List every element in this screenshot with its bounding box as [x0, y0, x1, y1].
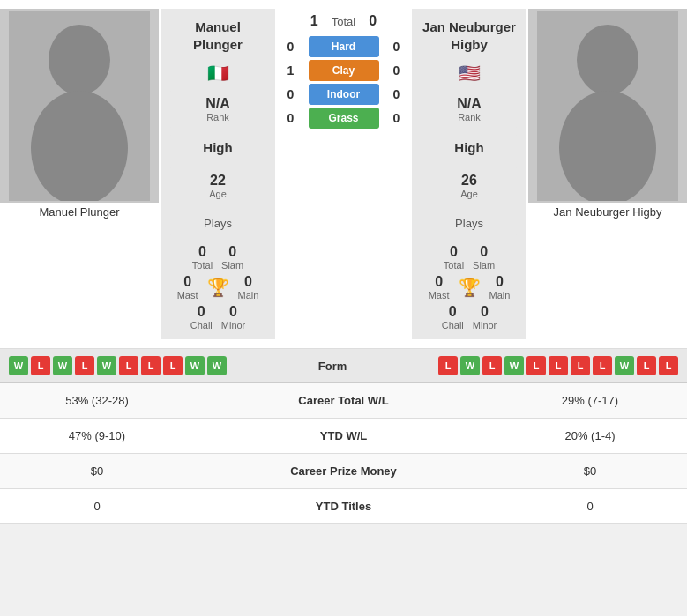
right-stat-row-3: 0 Chall 0 Minor	[421, 304, 518, 330]
left-mast-stat: 0 Mast	[177, 274, 198, 301]
right-high-box: High	[421, 135, 518, 160]
ytd-label: YTD W/L	[176, 429, 511, 442]
clay-row: 1 Clay 0	[277, 60, 410, 81]
form-badge-l: L	[571, 356, 590, 375]
prize-right: $0	[511, 464, 669, 478]
right-high-value: High	[438, 140, 500, 155]
left-stats-grid: 0 Total 0 Slam 0 Mast 🏆 0	[169, 244, 266, 334]
left-total-stat: 0 Total	[192, 244, 213, 271]
svg-point-2	[31, 91, 128, 201]
left-chall-stat: 0 Chall	[190, 304, 213, 330]
clay-badge: Clay	[309, 60, 379, 81]
player-section: Manuel Plunger Manuel Plunger 🇮🇹 N/A Ran…	[0, 0, 687, 349]
left-stat-row-1: 0 Total 0 Slam	[169, 244, 266, 271]
hard-right: 0	[388, 40, 406, 54]
left-slam-stat: 0 Slam	[221, 244, 243, 271]
form-badge-l: L	[119, 356, 138, 375]
hard-row: 0 Hard 0	[277, 36, 410, 57]
clay-left: 1	[282, 63, 300, 78]
form-badge-w: W	[460, 356, 480, 375]
svg-point-4	[577, 25, 638, 95]
right-chall-stat: 0 Chall	[442, 304, 464, 330]
right-stat-row-1: 0 Total 0 Slam	[421, 244, 518, 271]
right-stat-row-2: 0 Mast 🏆 0 Main	[421, 274, 518, 301]
right-slam-stat: 0 Slam	[473, 244, 495, 271]
hard-badge: Hard	[309, 36, 379, 57]
form-badge-w: W	[615, 356, 634, 375]
right-form-badges: LWLWLLLLWLL	[438, 356, 678, 375]
form-badge-l: L	[593, 356, 612, 375]
left-stats-panel: Manuel Plunger 🇮🇹 N/A Rank High 22 Age P…	[161, 9, 275, 339]
indoor-row: 0 Indoor 0	[277, 84, 410, 105]
right-rank-value: N/A	[438, 96, 500, 112]
left-minor-stat: 0 Minor	[221, 304, 246, 330]
left-age-label: Age	[187, 189, 249, 199]
left-flag: 🇮🇹	[207, 63, 229, 84]
indoor-right: 0	[388, 87, 406, 101]
left-rank-value: N/A	[187, 96, 249, 112]
left-rank-box: N/A Rank	[169, 91, 266, 128]
right-total-stat: 0 Total	[444, 244, 464, 271]
form-badge-l: L	[163, 356, 183, 375]
left-age-value: 22	[187, 173, 249, 189]
main-container: Manuel Plunger Manuel Plunger 🇮🇹 N/A Ran…	[0, 0, 687, 524]
left-high-box: High	[169, 135, 266, 160]
prize-label: Career Prize Money	[176, 464, 511, 478]
form-badge-w: W	[207, 356, 227, 375]
left-high-value: High	[187, 140, 249, 155]
form-section: WLWLWLLLWW Form LWLWLLLLWLL	[0, 349, 687, 383]
prize-left: $0	[18, 464, 176, 478]
form-badge-w: W	[185, 356, 205, 375]
form-badge-l: L	[659, 356, 678, 375]
indoor-left: 0	[282, 87, 300, 101]
right-rank-box: N/A Rank	[421, 91, 518, 128]
form-badge-w: W	[97, 356, 116, 375]
form-badge-w: W	[9, 356, 28, 375]
ytd-row: 47% (9-10) YTD W/L 20% (1-4)	[0, 419, 687, 454]
form-badge-w: W	[504, 356, 524, 375]
form-badge-w: W	[53, 356, 72, 375]
left-trophy-icon: 🏆	[207, 277, 229, 298]
indoor-badge: Indoor	[309, 84, 379, 105]
svg-point-1	[49, 25, 110, 95]
form-label: Form	[318, 360, 347, 373]
grass-row: 0 Grass 0	[277, 108, 410, 129]
center-match-section: 1 Total 0 0 Hard 0 1 Clay 0 0 Indoor	[277, 9, 410, 339]
right-trophy-icon: 🏆	[459, 277, 481, 298]
right-minor-stat: 0 Minor	[473, 304, 497, 330]
career-total-label: Career Total W/L	[176, 394, 511, 407]
right-age-label: Age	[438, 189, 500, 199]
svg-point-5	[559, 91, 656, 201]
form-badge-l: L	[141, 356, 161, 375]
right-age-box: 26 Age	[421, 167, 518, 204]
right-player-name-below: Jan Neuburger Higby	[549, 203, 667, 221]
right-stats-panel: Jan Neuburger Higby 🇺🇸 N/A Rank High 26 …	[412, 9, 526, 339]
right-rank-label: Rank	[438, 112, 500, 122]
left-age-box: 22 Age	[169, 167, 266, 204]
left-main-stat: 0 Main	[238, 274, 259, 301]
right-player-photo	[528, 9, 687, 203]
left-stat-row-2: 0 Mast 🏆 0 Main	[169, 274, 266, 301]
form-badge-l: L	[31, 356, 50, 375]
grass-badge: Grass	[309, 108, 379, 129]
career-total-right: 29% (7-17)	[511, 394, 669, 407]
right-player-name-top: Jan Neuburger Higby	[422, 14, 516, 57]
form-badge-l: L	[482, 356, 502, 375]
left-form-badges: WLWLWLLLWW	[9, 356, 227, 375]
ytd-right: 20% (1-4)	[511, 429, 669, 442]
form-badge-l: L	[549, 356, 568, 375]
total-label: Total	[332, 15, 355, 28]
left-player-card: Manuel Plunger	[0, 9, 159, 339]
right-player-card: Jan Neuburger Higby	[528, 9, 687, 339]
hard-left: 0	[282, 40, 300, 54]
titles-right: 0	[511, 500, 669, 513]
right-age-value: 26	[438, 173, 500, 189]
surface-rows: 0 Hard 0 1 Clay 0 0 Indoor 0 0 Grass	[277, 36, 410, 129]
grass-right: 0	[388, 111, 406, 125]
left-player-name-top: Manuel Plunger	[193, 14, 243, 57]
form-badge-l: L	[526, 356, 546, 375]
titles-row: 0 YTD Titles 0	[0, 489, 687, 524]
right-stats-grid: 0 Total 0 Slam 0 Mast 🏆 0	[421, 244, 518, 334]
career-total-row: 53% (32-28) Career Total W/L 29% (7-17)	[0, 383, 687, 419]
left-stat-row-3: 0 Chall 0 Minor	[169, 304, 266, 330]
